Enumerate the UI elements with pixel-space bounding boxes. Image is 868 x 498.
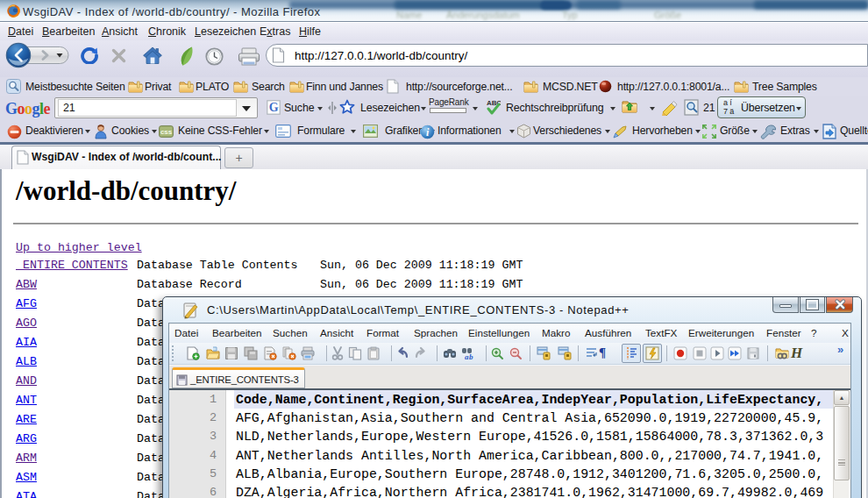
svg-text:css: css (160, 128, 173, 136)
svg-text:b: b (469, 352, 473, 360)
svg-text:G: G (269, 101, 279, 114)
